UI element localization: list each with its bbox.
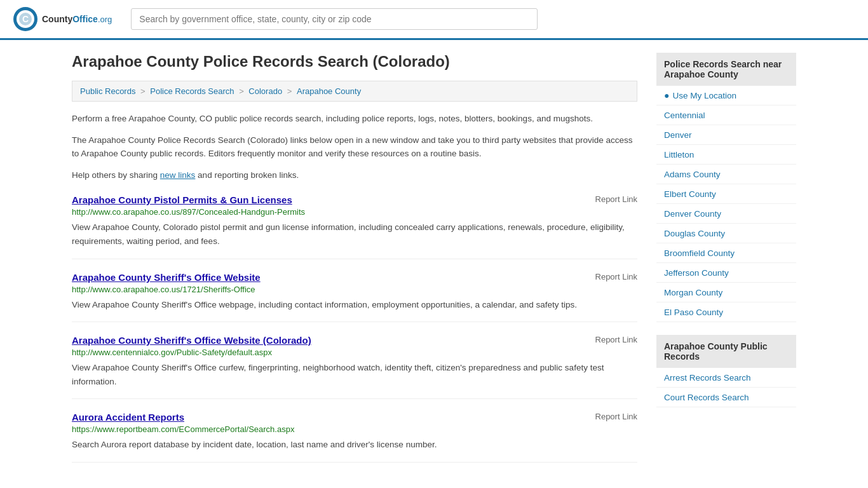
page-title: Arapahoe County Police Records Search (C… (72, 53, 637, 71)
description-2: The Arapahoe County Police Records Searc… (72, 133, 637, 161)
sidebar-public-records-section: Arapahoe County Public Records Arrest Re… (656, 335, 796, 407)
logo-area[interactable]: C CountyOffice.org (13, 6, 112, 32)
sidebar-public-records-heading: Arapahoe County Public Records (656, 335, 796, 368)
new-links-link[interactable]: new links (160, 170, 196, 180)
sidebar-item-littleton[interactable]: Littleton (656, 145, 796, 165)
sidebar-item-arrest-records[interactable]: Arrest Records Search (656, 368, 796, 388)
description-3: Help others by sharing new links and rep… (72, 168, 637, 182)
breadcrumb-police-records-search[interactable]: Police Records Search (150, 86, 234, 96)
result-2-header: Arapahoe County Sheriff's Office Website… (72, 272, 637, 283)
result-3-title[interactable]: Arapahoe County Sheriff's Office Website… (72, 335, 311, 346)
result-4-title[interactable]: Aurora Accident Reports (72, 412, 184, 423)
result-2-desc: View Arapahoe County Sheriff's Office we… (72, 298, 637, 312)
sidebar-item-centennial[interactable]: Centennial (656, 105, 796, 125)
result-3-desc: View Arapahoe County Sheriff's Office cu… (72, 361, 637, 388)
result-1: Arapahoe County Pistol Permits & Gun Lic… (72, 194, 637, 259)
sidebar-item-court-records[interactable]: Court Records Search (656, 388, 796, 407)
sidebar-item-jefferson-county[interactable]: Jefferson County (656, 263, 796, 283)
result-3: Arapahoe County Sheriff's Office Website… (72, 335, 637, 399)
result-4-desc: Search Aurora report database by inciden… (72, 438, 637, 452)
description-1: Perform a free Arapahoe County, CO publi… (72, 112, 637, 126)
result-2-title[interactable]: Arapahoe County Sheriff's Office Website (72, 272, 261, 283)
sidebar-item-denver-county[interactable]: Denver County (656, 204, 796, 224)
result-4-report-link[interactable]: Report Link (595, 412, 637, 421)
result-1-header: Arapahoe County Pistol Permits & Gun Lic… (72, 194, 637, 205)
sidebar-item-elbert-county[interactable]: Elbert County (656, 184, 796, 204)
result-3-header: Arapahoe County Sheriff's Office Website… (72, 335, 637, 346)
sidebar-item-adams-county[interactable]: Adams County (656, 165, 796, 184)
logo-icon: C (13, 6, 38, 32)
location-icon: ● (664, 90, 669, 100)
result-3-report-link[interactable]: Report Link (595, 335, 637, 344)
result-2: Arapahoe County Sheriff's Office Website… (72, 272, 637, 323)
sidebar-nearby-heading: Police Records Search near Arapahoe Coun… (656, 53, 796, 86)
use-location-label: Use My Location (672, 91, 736, 100)
breadcrumb-sep-3: > (287, 86, 294, 96)
svg-text:C: C (22, 14, 29, 24)
result-3-url[interactable]: http://www.centennialco.gov/Public-Safet… (72, 348, 637, 357)
breadcrumb: Public Records > Police Records Search >… (72, 81, 637, 102)
result-4-header: Aurora Accident Reports Report Link (72, 412, 637, 423)
sidebar-item-denver[interactable]: Denver (656, 125, 796, 145)
result-4-url[interactable]: https://www.reportbeam.com/ECommercePort… (72, 424, 637, 434)
main-content: Arapahoe County Police Records Search (C… (72, 53, 637, 463)
search-bar (131, 8, 538, 30)
sidebar-item-el-paso-county[interactable]: El Paso County (656, 302, 796, 322)
breadcrumb-sep-1: > (140, 86, 147, 96)
result-4: Aurora Accident Reports Report Link http… (72, 412, 637, 463)
sidebar: Police Records Search near Arapahoe Coun… (656, 53, 796, 463)
result-2-report-link[interactable]: Report Link (595, 272, 637, 281)
result-1-title[interactable]: Arapahoe County Pistol Permits & Gun Lic… (72, 194, 292, 205)
sidebar-item-morgan-county[interactable]: Morgan County (656, 283, 796, 302)
search-input[interactable] (131, 8, 538, 30)
breadcrumb-public-records[interactable]: Public Records (80, 86, 135, 96)
main-wrapper: Arapahoe County Police Records Search (C… (53, 40, 815, 475)
use-location-link[interactable]: ● Use My Location (664, 90, 789, 100)
sidebar-item-use-location[interactable]: ● Use My Location (656, 86, 796, 105)
sidebar-item-douglas-county[interactable]: Douglas County (656, 224, 796, 243)
result-1-desc: View Arapahoe County, Colorado pistol pe… (72, 220, 637, 248)
result-1-url[interactable]: http://www.co.arapahoe.co.us/897/Conceal… (72, 207, 637, 217)
site-header: C CountyOffice.org (0, 0, 868, 40)
breadcrumb-arapahoe-county[interactable]: Arapahoe County (297, 86, 361, 96)
logo-text: CountyOffice.org (42, 14, 112, 24)
sidebar-nearby-section: Police Records Search near Arapahoe Coun… (656, 53, 796, 322)
breadcrumb-sep-2: > (239, 86, 246, 96)
sidebar-item-broomfield-county[interactable]: Broomfield County (656, 243, 796, 263)
breadcrumb-colorado[interactable]: Colorado (248, 86, 282, 96)
result-1-report-link[interactable]: Report Link (595, 194, 637, 204)
result-2-url[interactable]: http://www.co.arapahoe.co.us/1721/Sherif… (72, 285, 637, 294)
